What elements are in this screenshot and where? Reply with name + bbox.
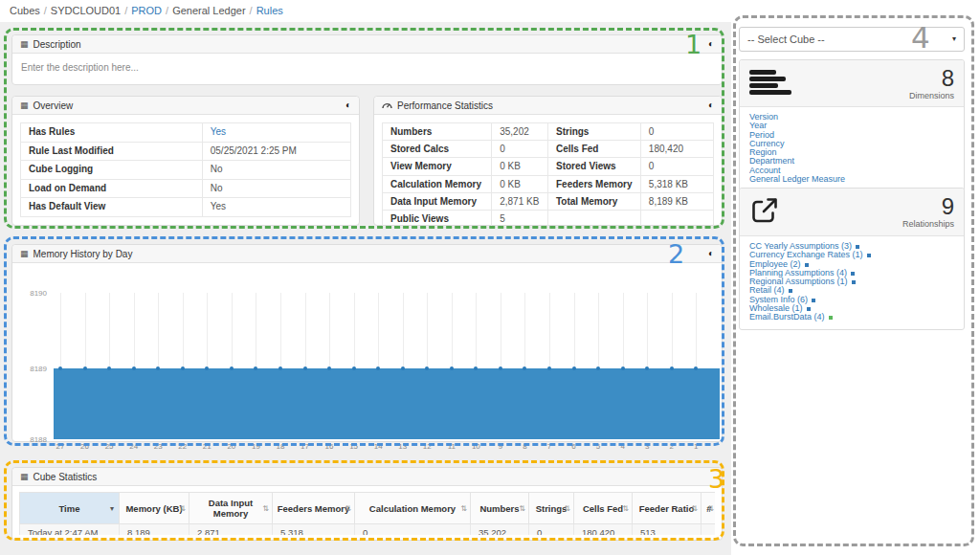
sort-icon: ⇅ <box>262 504 269 513</box>
cube-statistics-column-header[interactable]: Feeder Ratio⇅ <box>633 493 702 524</box>
x-axis-tick: 20 <box>227 442 235 451</box>
performance-value: 35,202 <box>492 123 548 141</box>
sidebar: -- Select Cube -- ▾ 8 Dimensions Version… <box>731 22 980 555</box>
performance-row: Calculation Memory0 KBFeeders Memory5,31… <box>383 175 714 192</box>
cube-statistics-cell: 2,871 <box>189 524 273 536</box>
overview-row: Has RulesYes <box>21 123 351 143</box>
relationship-marker <box>807 307 811 311</box>
memory-history-toggle-icon[interactable]: ◐ <box>708 249 714 258</box>
overview-row-value: No <box>202 161 350 180</box>
overview-panel-header: ▦ Overview ◐ <box>12 97 359 115</box>
relationship-link[interactable]: Email.BurstData (4) <box>749 312 825 322</box>
cube-statistics-column-header[interactable]: Strings⇅ <box>529 493 574 524</box>
performance-value: 8,189 KB <box>640 192 713 210</box>
cube-statistics-column-header[interactable]: Data Input Memory⇅ <box>189 493 273 524</box>
chart-data-point <box>450 366 454 370</box>
x-axis-tick: 27 <box>56 442 65 451</box>
x-axis-tick: 21 <box>203 442 212 451</box>
overview-table: Has RulesYesRule Last Modified05/25/2021… <box>20 122 351 217</box>
performance-label: Data Input Memory <box>383 192 492 210</box>
cube-statistics-column-header[interactable]: Numbers⇅ <box>471 493 529 524</box>
grid-icon: ▦ <box>20 250 29 258</box>
cube-statistics-table: Time▾Memory (KB)⇅Data Input Memory⇅Feede… <box>19 492 715 535</box>
overview-row: Has Default ViewYes <box>21 198 351 217</box>
cube-statistics-column-header[interactable]: Cells Fed⇅ <box>574 493 633 524</box>
cube-statistics-column-header[interactable]: Feeders Memory⇅ <box>273 493 355 524</box>
performance-label: Stored Views <box>547 158 640 175</box>
dimensions-label: Dimensions <box>909 91 954 100</box>
overview-row-label: Has Default View <box>21 198 203 217</box>
sort-icon: ⇅ <box>691 504 698 513</box>
description-toggle-icon[interactable]: ◐ <box>708 39 714 49</box>
cube-statistics-cell: 0 <box>529 524 574 536</box>
chart-data-point <box>401 366 405 370</box>
sort-icon: ⇅ <box>179 504 186 513</box>
breadcrumb-item: General Ledger <box>172 5 245 16</box>
performance-value: 5,318 KB <box>640 175 713 192</box>
performance-value: 0 <box>640 158 713 175</box>
relationship-marker <box>856 245 859 249</box>
memory-history-panel-title: Memory History by Day <box>33 249 133 259</box>
description-input[interactable]: Enter the description here... <box>12 54 722 81</box>
dimension-link[interactable]: Currency <box>749 140 954 148</box>
x-axis-tick: 2 <box>670 442 674 451</box>
overview-toggle-icon[interactable]: ◐ <box>345 100 351 110</box>
breadcrumb-item[interactable]: PROD <box>131 5 162 16</box>
performance-value: 2,871 KB <box>492 192 548 210</box>
dimensions-list: VersionYearPeriodCurrencyRegionDepartmen… <box>740 107 964 190</box>
dimensions-count: 8 <box>909 67 954 90</box>
x-axis-tick: 13 <box>398 442 407 451</box>
relationship-marker <box>867 254 871 257</box>
overview-panel-title: Overview <box>33 100 74 111</box>
dimension-link[interactable]: Version <box>749 113 954 122</box>
x-axis-tick: 24 <box>129 442 138 451</box>
cube-statistics-panel: ▦ Cube Statistics Time▾Memory (KB)⇅Data … <box>11 467 723 541</box>
x-axis-tick: 6 <box>571 442 575 451</box>
x-axis-tick: 8 <box>523 442 526 451</box>
cube-statistics-cell: 5,318 <box>273 524 355 536</box>
performance-value: 5 <box>492 211 548 228</box>
x-axis-tick: 15 <box>349 442 358 451</box>
performance-label <box>547 211 640 228</box>
chart-area-series <box>54 368 720 439</box>
performance-label: Feeders Memory <box>547 175 640 192</box>
performance-label: Numbers <box>383 123 492 141</box>
performance-panel-header: Performance Statistics ◐ <box>374 97 722 115</box>
cube-statistics-cell: 8,189 <box>120 524 189 536</box>
x-axis-tick: 10 <box>472 442 480 451</box>
performance-row: Public Views5 <box>383 211 714 228</box>
overview-table-body: Has RulesYesRule Last Modified05/25/2021… <box>21 123 351 217</box>
dimensions-card: 8 Dimensions VersionYearPeriodCurrencyRe… <box>739 59 965 191</box>
overview-row: Rule Last Modified05/25/2021 2:25 PM <box>21 142 351 161</box>
dimension-link[interactable]: Year <box>749 122 954 130</box>
x-axis-tick: 12 <box>423 442 432 451</box>
chart-data-point <box>547 366 551 370</box>
cube-statistics-column-header[interactable]: Calculation Memory⇅ <box>355 493 471 524</box>
breadcrumb: Cubes/SYDCLOUD01/PROD/General Ledger/Rul… <box>0 0 980 22</box>
performance-toggle-icon[interactable]: ◐ <box>708 100 714 110</box>
cube-statistics-column-header[interactable]: Memory (KB)⇅ <box>120 493 189 524</box>
performance-value: 0 KB <box>492 175 548 192</box>
breadcrumb-item: Cubes <box>10 5 40 16</box>
relationships-card-header: 9 Relationships <box>740 189 964 236</box>
cube-statistics-column-header[interactable]: #⇅ <box>702 493 716 524</box>
relationship-marker <box>789 289 792 293</box>
x-axis-tick: 18 <box>276 442 284 451</box>
dimension-link[interactable]: General Ledger Measure <box>749 175 954 184</box>
external-link-icon <box>749 195 780 230</box>
breadcrumb-item[interactable]: Rules <box>256 5 283 16</box>
memory-chart-plot: 2726252423222120191817161514131211109876… <box>12 263 722 441</box>
performance-value <box>640 211 713 228</box>
overview-row-value[interactable]: Yes <box>202 123 350 143</box>
breadcrumb-separator: / <box>166 5 168 16</box>
relationships-count: 9 <box>902 195 954 218</box>
cube-statistics-column-header[interactable]: Time▾ <box>20 493 120 524</box>
x-axis-tick: 1 <box>694 442 698 451</box>
breadcrumb-separator: / <box>124 5 127 16</box>
cube-select[interactable]: -- Select Cube -- ▾ <box>739 27 965 52</box>
performance-row: Stored Calcs0Cells Fed180,420 <box>383 141 714 158</box>
cube-statistics-panel-header: ▦ Cube Statistics <box>12 468 722 486</box>
performance-row: Numbers35,202Strings0 <box>383 123 714 141</box>
cube-statistics-table-wrap: Time▾Memory (KB)⇅Data Input Memory⇅Feede… <box>19 492 715 535</box>
overview-row: Load on DemandNo <box>21 179 351 198</box>
